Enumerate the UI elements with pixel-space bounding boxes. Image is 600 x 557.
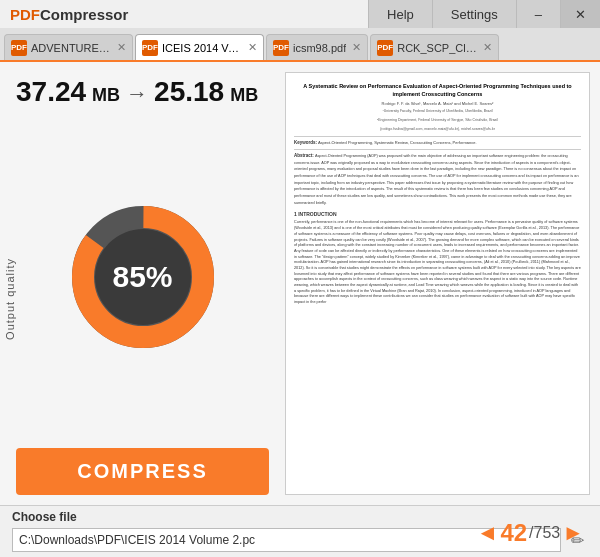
pdf-preview: A Systematic Review on Performance Evalu… [285, 72, 590, 495]
pdf-body1: Currently, performance is one of the non… [294, 220, 581, 305]
tab-icon-rck: PDF [377, 40, 393, 56]
title-btn-group: Help Settings – ✕ [368, 0, 600, 28]
tab-iceis[interactable]: PDF ICEIS 2014 Volum ✕ [135, 34, 264, 60]
tab-icon-adventure: PDF [11, 40, 27, 56]
total-pages: /753 [529, 524, 560, 542]
tabs-bar: PDF ADVENTURE NE ✕ PDF ICEIS 2014 Volum … [0, 28, 600, 62]
app-title: PDFCompressor [0, 0, 368, 28]
size-before: 37.24 [16, 76, 86, 108]
tab-label-iceis: ICEIS 2014 Volum [162, 42, 242, 54]
next-page-button[interactable]: ► [562, 522, 584, 544]
pdf-title: A Systematic Review on Performance Evalu… [294, 83, 581, 98]
size-unit-before: MB [92, 85, 120, 106]
tab-icon-iceis: PDF [142, 40, 158, 56]
size-info: 37.24MB → 25.18MB [16, 76, 269, 108]
pdf-divider1 [294, 136, 581, 137]
tab-close-iceis[interactable]: ✕ [248, 41, 257, 54]
pdf-authors: Rodrigo F. F. da Silva¹, Marcelo A. Maia… [294, 101, 581, 107]
quality-label-wrapper: Output quality [4, 152, 16, 445]
tab-label-rck: RCK_SCP_Clones [397, 42, 477, 54]
tab-rck[interactable]: PDF RCK_SCP_Clones ✕ [370, 34, 499, 60]
prev-page-button[interactable]: ◄ [477, 522, 499, 544]
app-name-rest: Compressor [40, 6, 128, 23]
pdf-emails: {rodrigo.fssilva@gmail.com, marcelo.maia… [294, 127, 581, 132]
pdf-abstract-text: Aspect-Oriented Programming (AOP) was pr… [294, 154, 579, 205]
pdf-keywords-row: Keywords: Aspect-Oriented Programming, S… [294, 140, 581, 146]
tab-close-icsm98[interactable]: ✕ [352, 41, 361, 54]
donut-percent: 85% [112, 260, 172, 294]
app-name-pdf: PDF [10, 6, 40, 23]
donut-chart[interactable]: 85% [63, 197, 223, 357]
chart-area: 85% [16, 122, 269, 432]
tab-adventure[interactable]: PDF ADVENTURE NE ✕ [4, 34, 133, 60]
title-bar: PDFCompressor Help Settings – ✕ [0, 0, 600, 28]
pdf-keywords-text: Aspect-Oriented Programming, Systematic … [318, 140, 477, 145]
pdf-divider2 [294, 149, 581, 150]
quality-label: Output quality [4, 258, 16, 340]
pdf-abstract-label: Abstract: [294, 153, 314, 158]
pdf-abstract-row: Abstract: Aspect-Oriented Programming (A… [294, 153, 581, 207]
compress-button[interactable]: COMPRESS [16, 448, 269, 495]
pdf-affiliation2: ²Engineering Department, Federal Univers… [294, 118, 581, 123]
left-panel: 37.24MB → 25.18MB Output quality [0, 62, 285, 505]
pdf-content: A Systematic Review on Performance Evalu… [294, 83, 581, 306]
current-page: 42 [500, 519, 527, 547]
help-button[interactable]: Help [368, 0, 432, 28]
tab-close-adventure[interactable]: ✕ [117, 41, 126, 54]
main-content: 37.24MB → 25.18MB Output quality [0, 62, 600, 505]
pdf-affiliation1: ¹University Faculty, Federal University … [294, 109, 581, 114]
size-after: 25.18 [154, 76, 224, 108]
tab-icon-icsm98: PDF [273, 40, 289, 56]
tab-close-rck[interactable]: ✕ [483, 41, 492, 54]
size-unit-after: MB [230, 85, 258, 106]
minimize-button[interactable]: – [516, 0, 560, 28]
settings-button[interactable]: Settings [432, 0, 516, 28]
tab-icsm98[interactable]: PDF icsm98.pdf ✕ [266, 34, 368, 60]
tab-label-icsm98: icsm98.pdf [293, 42, 346, 54]
pdf-keywords-label: Keywords: [294, 140, 317, 145]
right-panel: A Systematic Review on Performance Evalu… [285, 62, 600, 505]
close-button[interactable]: ✕ [560, 0, 600, 28]
tab-label-adventure: ADVENTURE NE [31, 42, 111, 54]
size-arrow: → [126, 81, 148, 107]
nav-controls: ◄ 42 /753 ► [477, 519, 584, 547]
pdf-section1-title: 1 INTRODUCTION [294, 211, 581, 218]
